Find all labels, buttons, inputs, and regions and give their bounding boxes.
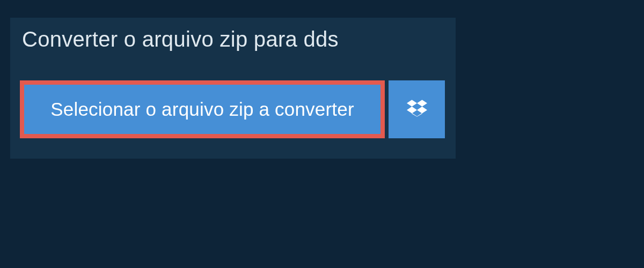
title-bar: Converter o arquivo zip para dds [10,18,350,61]
select-file-button-label: Selecionar o arquivo zip a converter [50,99,354,120]
dropbox-icon [407,98,427,121]
dropbox-button[interactable] [389,80,445,138]
button-row: Selecionar o arquivo zip a converter [10,61,456,159]
converter-panel: Converter o arquivo zip para dds Selecio… [10,18,456,159]
select-file-button[interactable]: Selecionar o arquivo zip a converter [20,80,385,138]
page-title: Converter o arquivo zip para dds [22,27,339,51]
